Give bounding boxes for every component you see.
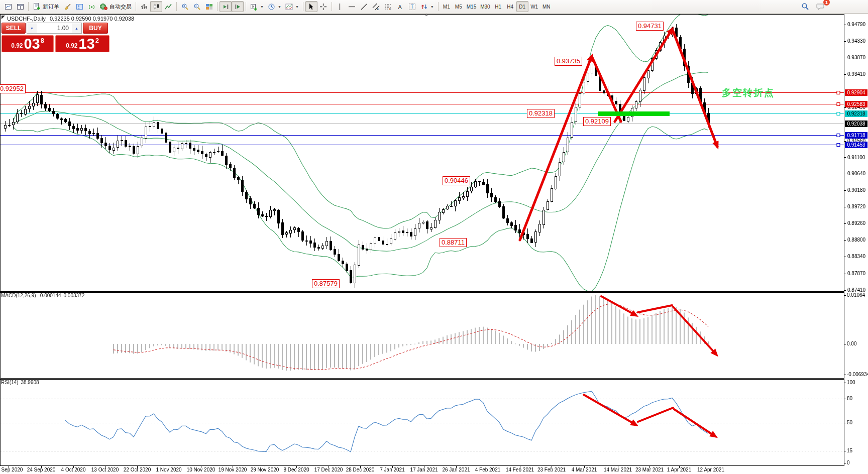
tile-windows-button[interactable] [203,1,215,12]
data-window-icon[interactable] [14,1,26,12]
symbol-period-label: USDCHF-,Daily [7,16,46,22]
toolbar-separator [28,2,29,11]
volume-decrease-button[interactable]: ▼ [27,23,37,33]
chart-shift-button[interactable] [220,1,232,12]
price-annotation-label: 0.94731 [636,22,664,31]
tile-icon [205,3,213,11]
buy-price-display[interactable]: 0.92 13 2 [55,35,110,52]
rsi-axis-tick: 0 [847,460,850,465]
linechart-icon [165,3,172,11]
ohlc-values: 0.92235 0.92590 0.91970 0.92038 [50,16,134,22]
timeframe-w1-button[interactable]: W1 [528,1,540,12]
signals-icon[interactable] [85,1,97,12]
timeframe-h4-button[interactable]: H4 [504,1,516,12]
price-annotation-label: 0.90446 [443,176,470,185]
horizontal-line-button[interactable] [346,1,358,12]
bull-bear-turning-point-note: 多空转折点 [722,86,775,99]
price-level-badge: 0.92583 [845,101,867,107]
line-chart-button[interactable] [162,1,174,12]
support-highlight-bar [598,111,670,116]
cursor-icon [307,3,315,11]
zoomout-icon [193,3,201,11]
price-annotation-label: 0.88711 [440,238,467,247]
chart-title: USDCHF-,Daily0.92235 0.92590 0.91970 0.9… [7,16,134,22]
sell-button[interactable]: SELL [2,23,26,34]
timeframe-mn-button[interactable]: MN [540,1,553,12]
new-order-button[interactable]: 新订单 [31,1,61,12]
market-watch-icon[interactable] [61,1,73,12]
candlestick-chart-button[interactable] [150,1,162,12]
new-chart-button[interactable]: ▼ [248,1,266,12]
macd-axis-tick: 0.01064 [847,292,865,298]
vertical-line-button[interactable] [334,1,346,12]
main-toolbar: 新订单自动交易▼▼▼EFAT▼M1M5M15M30H1H4D1W1MN1 [0,0,868,14]
newchart-icon [250,3,258,11]
shapes-icon [420,3,428,11]
text-label-button[interactable]: T [406,1,418,12]
buy-button[interactable]: BUY [83,23,108,34]
chart-canvas[interactable] [0,0,868,474]
toolbar-separator [332,2,332,11]
bar-chart-button[interactable] [138,1,150,12]
price-axis-tick: 0.89720 [847,204,865,209]
shapes-button[interactable]: ▼ [418,1,436,12]
timeframe-m5-button[interactable]: M5 [453,1,465,12]
date-axis-label: 28 Dec 2020 [346,467,375,472]
rsi-value: 38.9908 [21,380,39,385]
date-axis-label: 4 Oct 2020 [61,467,86,472]
volume-increase-button[interactable]: ▲ [72,23,81,33]
timeframe-m15-button[interactable]: M15 [465,1,478,12]
date-axis-label: 13 Oct 2020 [91,467,119,472]
svg-text:F: F [389,8,391,11]
price-axis-tick: 0.94330 [847,38,865,44]
buy-price-prefix: 0.92 [66,42,77,49]
volume-input[interactable]: 1.00 [37,23,72,33]
shift-icon [222,3,230,11]
price-axis-tick: 0.90640 [847,171,865,176]
zoom-out-button[interactable] [191,1,203,12]
navigator-icon[interactable] [73,1,85,12]
price-annotation-label: 0.87579 [312,279,340,288]
macd-value: -0.000144 [38,293,61,298]
date-axis-label: 29 Nov 2020 [251,467,279,472]
chart-window-icon[interactable] [2,1,14,12]
date-axis-label: 17 Jan 2021 [410,467,438,472]
indicators-button[interactable]: ▼ [283,1,301,12]
toolbar-separator [438,2,439,11]
chart-corner-marker [2,16,5,19]
search-button[interactable] [799,1,811,12]
arrow-label-button[interactable]: A [394,1,406,12]
timeframe-m30-button[interactable]: M30 [478,1,492,12]
clock-icon [268,3,275,11]
macd-axis-tick: 0.00 [847,341,856,346]
trendline-button[interactable] [358,1,370,12]
bars-icon [141,3,148,11]
auto-trading-button[interactable]: 自动交易 [97,1,134,12]
price-level-badge: 0.92318 [845,110,867,117]
indicators-icon [285,3,293,11]
zoom-in-button[interactable] [179,1,191,12]
cursor-button[interactable] [305,1,317,12]
profiles-button[interactable]: ▼ [266,1,283,12]
price-axis-tick: 0.88340 [847,254,865,259]
price-annotation-label: 0.92109 [583,117,611,126]
crosshair-button[interactable] [317,1,330,12]
fibonacci-button[interactable]: F [382,1,394,12]
equidistant-channel-button[interactable]: E [370,1,382,12]
auto-scroll-button[interactable] [232,1,244,12]
date-axis-label: 14 Mar 2021 [604,467,632,472]
svg-text:E: E [377,8,379,11]
notifications-button[interactable]: 1 [814,1,827,12]
chevron-down-icon: ▼ [278,5,281,9]
datawin-icon [17,3,24,11]
volume-stepper: ▼ 1.00 ▲ [27,23,82,34]
sell-price-display[interactable]: 0.92 03 8 [2,35,54,52]
date-axis-label: 1 Apr 2021 [667,467,691,472]
vline-icon [336,3,344,11]
sell-price-point: 8 [41,37,44,44]
timeframe-h1-button[interactable]: H1 [492,1,504,12]
timeframe-m1-button[interactable]: M1 [441,1,453,12]
toolbar-separator [303,2,303,11]
price-axis-tick: 0.87870 [847,271,865,276]
timeframe-d1-button[interactable]: D1 [516,1,528,12]
